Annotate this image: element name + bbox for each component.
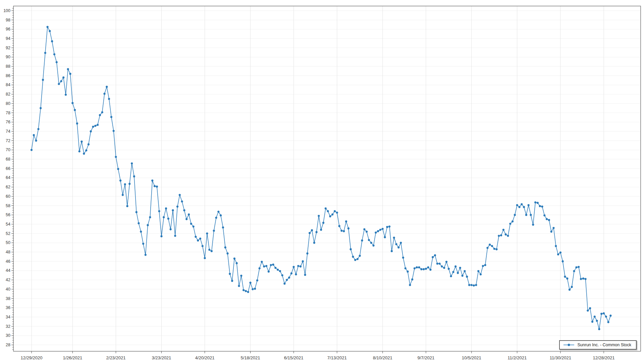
data-point bbox=[279, 270, 281, 272]
y-tick-label: 92 bbox=[6, 46, 10, 50]
data-point bbox=[320, 229, 322, 231]
data-point bbox=[434, 254, 436, 256]
x-tick-label: 6/15/2021 bbox=[284, 355, 304, 360]
data-point bbox=[149, 216, 151, 218]
data-point bbox=[471, 284, 473, 286]
data-point bbox=[245, 290, 247, 292]
data-point bbox=[211, 250, 213, 252]
data-point bbox=[69, 73, 71, 75]
data-point bbox=[350, 248, 352, 250]
data-point bbox=[516, 204, 518, 206]
data-point bbox=[204, 257, 206, 259]
data-point bbox=[557, 253, 559, 255]
data-point bbox=[97, 124, 99, 126]
data-point bbox=[90, 130, 92, 132]
y-tick-label: 78 bbox=[6, 111, 10, 115]
data-point bbox=[42, 79, 44, 81]
data-point bbox=[532, 224, 534, 226]
data-point bbox=[290, 273, 292, 275]
y-tick-label: 96 bbox=[6, 27, 10, 32]
data-point bbox=[58, 83, 60, 85]
data-point bbox=[418, 266, 420, 268]
data-point bbox=[582, 278, 584, 280]
data-point bbox=[393, 237, 395, 239]
x-tick-label: 11/2/2021 bbox=[507, 355, 527, 360]
data-point bbox=[147, 224, 149, 226]
y-tick-label: 42 bbox=[6, 278, 10, 282]
data-point bbox=[416, 266, 418, 268]
y-tick-label: 80 bbox=[6, 101, 10, 106]
x-tick-label: 8/10/2021 bbox=[373, 355, 392, 360]
data-point bbox=[309, 232, 311, 234]
data-point bbox=[142, 243, 144, 245]
data-point bbox=[539, 205, 541, 207]
data-point bbox=[286, 279, 288, 281]
y-tick-label: 98 bbox=[6, 18, 10, 22]
data-point bbox=[562, 260, 564, 262]
data-point bbox=[375, 232, 377, 234]
data-point bbox=[325, 207, 327, 209]
y-axis: 2830323436384042444648505254565860626466… bbox=[3, 8, 13, 350]
data-point bbox=[457, 272, 459, 274]
data-point bbox=[600, 313, 602, 315]
data-point bbox=[158, 210, 160, 212]
data-point bbox=[475, 284, 477, 286]
y-tick-label: 76 bbox=[6, 120, 10, 124]
y-tick-label: 44 bbox=[6, 268, 10, 273]
data-point bbox=[145, 254, 147, 256]
data-point bbox=[564, 276, 566, 278]
data-point bbox=[609, 315, 611, 317]
data-point bbox=[183, 209, 185, 211]
data-point bbox=[190, 223, 192, 225]
data-point bbox=[174, 235, 176, 237]
data-point bbox=[493, 248, 495, 250]
data-point bbox=[226, 252, 228, 254]
data-point bbox=[432, 256, 434, 258]
x-tick-label: 5/18/2021 bbox=[241, 355, 260, 360]
data-point bbox=[423, 268, 425, 270]
data-point bbox=[452, 271, 454, 273]
legend[interactable]: Sunrun Inc. - Common Stock bbox=[559, 340, 637, 350]
data-point bbox=[53, 53, 55, 55]
data-point bbox=[340, 230, 342, 232]
data-point bbox=[448, 268, 450, 270]
data-point bbox=[247, 291, 249, 293]
data-point bbox=[167, 218, 169, 220]
data-point bbox=[151, 180, 153, 182]
y-tick-label: 94 bbox=[6, 36, 10, 41]
data-point bbox=[254, 288, 256, 290]
data-point bbox=[559, 251, 561, 253]
data-point bbox=[165, 207, 167, 209]
data-point bbox=[197, 239, 199, 241]
data-point bbox=[274, 267, 276, 269]
data-point bbox=[224, 246, 226, 248]
y-tick-label: 84 bbox=[6, 82, 10, 87]
data-point bbox=[505, 233, 507, 235]
y-tick-label: 68 bbox=[6, 157, 10, 162]
data-point bbox=[313, 242, 315, 244]
data-point bbox=[238, 285, 240, 287]
data-point bbox=[128, 183, 130, 185]
data-point bbox=[133, 175, 135, 177]
data-point bbox=[106, 86, 108, 88]
data-point bbox=[589, 307, 591, 309]
data-point bbox=[117, 168, 119, 170]
data-point bbox=[518, 206, 520, 208]
data-point bbox=[206, 233, 208, 235]
data-point bbox=[509, 223, 511, 225]
x-tick-label: 12/29/2020 bbox=[20, 355, 42, 360]
y-tick-label: 38 bbox=[6, 296, 10, 301]
data-point bbox=[407, 270, 409, 273]
data-point bbox=[185, 218, 187, 220]
y-tick-label: 30 bbox=[6, 333, 10, 338]
data-point bbox=[199, 238, 201, 240]
data-point bbox=[176, 205, 178, 207]
price-chart[interactable]: 2830323436384042444648505254565860626466… bbox=[0, 0, 644, 362]
data-point bbox=[33, 134, 35, 136]
data-point bbox=[347, 227, 350, 229]
data-point bbox=[126, 205, 128, 207]
data-point bbox=[318, 215, 320, 217]
legend-series-marker-icon bbox=[563, 343, 575, 347]
y-tick-label: 52 bbox=[6, 231, 10, 236]
y-tick-label: 70 bbox=[6, 147, 10, 152]
